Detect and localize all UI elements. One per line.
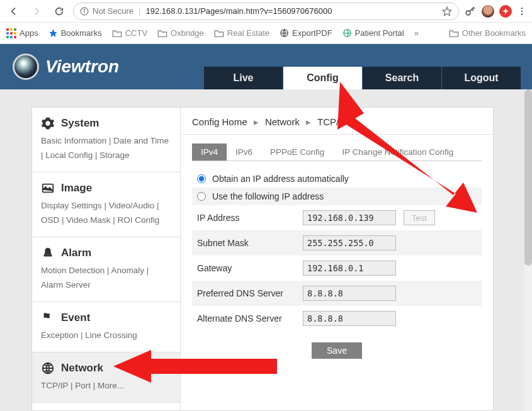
chevron-right-icon: ▸ (254, 116, 259, 127)
subtab-ipchange[interactable]: IP Change Notification Config (333, 144, 462, 160)
sidebar-links[interactable]: Exception | Line Crossing (41, 329, 171, 343)
gateway-input[interactable] (303, 261, 396, 276)
bookmarks-overflow[interactable]: » (414, 28, 419, 38)
globe-icon (280, 28, 289, 38)
subtab-ipv4[interactable]: IPv4 (192, 144, 227, 160)
sidebar-links[interactable]: Display Settings | Video/Audio | OSD | V… (41, 199, 171, 228)
test-button[interactable]: Test (404, 210, 435, 225)
sidebar-heading: System (61, 117, 99, 130)
bookmark-folder-real-estate[interactable]: Real Estate (214, 28, 269, 38)
image-icon (41, 181, 55, 195)
app-header: Viewtron Live Config Search Logout (0, 44, 532, 89)
scrollbar-track[interactable] (524, 89, 532, 411)
profile-avatar[interactable] (482, 5, 494, 18)
subnet-input[interactable] (303, 235, 396, 251)
svg-marker-8 (49, 29, 57, 37)
dns1-label: Preferred DNS Server (197, 288, 295, 298)
svg-point-6 (521, 10, 523, 12)
svg-point-7 (521, 13, 523, 15)
svg-marker-3 (443, 7, 451, 15)
breadcrumb-config-home[interactable]: Config Home (192, 116, 247, 127)
radio-auto-input[interactable] (197, 174, 206, 183)
reload-button[interactable] (50, 3, 68, 20)
sidebar-heading: Image (61, 182, 92, 194)
brand-logo-icon (13, 53, 39, 80)
bookmarks-label: Bookmarks (61, 28, 102, 38)
subnet-label: Subnet Mask (197, 238, 295, 248)
row-dns1: Preferred DNS Server (192, 281, 482, 306)
radio-obtain-auto[interactable]: Obtain an IP address automatically (192, 170, 482, 188)
forward-button[interactable] (28, 3, 45, 20)
key-icon[interactable] (464, 5, 477, 18)
brand-name: Viewtron (45, 57, 119, 77)
back-button[interactable] (5, 3, 23, 20)
tab-config[interactable]: Config (283, 67, 362, 89)
browser-toolbar: Not Secure | 192.168.0.131/Pages/main.ht… (0, 0, 532, 23)
breadcrumb-network[interactable]: Network (265, 116, 300, 127)
other-bookmarks[interactable]: Other Bookmarks (449, 28, 526, 38)
sidebar-links[interactable]: TCP/IP | Port | More... (41, 379, 171, 393)
page-body: System Basic Information | Date and Time… (0, 89, 532, 411)
bookmarks-bar: Apps Bookmarks CCTV Oxbridge Real Estate… (0, 23, 532, 44)
folder-icon (112, 29, 122, 38)
star-icon[interactable] (442, 6, 452, 16)
dns2-label: Alternate DNS Server (197, 313, 295, 324)
tab-logout[interactable]: Logout (442, 67, 521, 89)
dns2-input[interactable] (303, 311, 396, 326)
kebab-menu-icon[interactable] (517, 6, 527, 16)
sidebar-section-alarm[interactable]: Alarm Motion Detection | Anomaly | Alarm… (32, 237, 180, 302)
sidebar-links[interactable]: Motion Detection | Anomaly | Alarm Serve… (41, 264, 171, 293)
breadcrumb-current: TCP/IP (317, 116, 348, 127)
svg-point-5 (521, 8, 523, 9)
sidebar-section-event[interactable]: Event Exception | Line Crossing (32, 302, 180, 352)
scrollbar-thumb[interactable] (524, 89, 532, 266)
radio-static-input[interactable] (197, 192, 206, 201)
svg-rect-12 (44, 255, 52, 257)
subtab-ipv6[interactable]: IPv6 (227, 144, 261, 160)
ipv4-form: Obtain an IP address automatically Use t… (181, 161, 493, 379)
globe-icon (41, 361, 55, 375)
radio-auto-label: Obtain an IP address automatically (212, 174, 349, 184)
dns1-input[interactable] (303, 286, 396, 301)
sidebar: System Basic Information | Date and Time… (32, 108, 181, 410)
sidebar-links[interactable]: Basic Information | Date and Time | Loca… (41, 134, 171, 163)
extension-icon[interactable]: ✦ (499, 5, 512, 18)
sidebar-section-system[interactable]: System Basic Information | Date and Time… (32, 108, 180, 172)
apps-label: Apps (20, 28, 38, 38)
row-ip-address: IP Address Test (192, 205, 482, 230)
apps-link[interactable]: Apps (6, 28, 38, 38)
row-dns2: Alternate DNS Server (192, 306, 482, 331)
bookmarks-link[interactable]: Bookmarks (48, 28, 102, 38)
security-indicator[interactable]: Not Secure (80, 6, 133, 16)
gateway-label: Gateway (197, 263, 295, 273)
radio-static-label: Use the following IP address (212, 191, 324, 201)
bookmark-patient-portal[interactable]: Patient Portal (342, 28, 404, 38)
ip-input[interactable] (303, 210, 396, 225)
apps-icon (6, 28, 16, 38)
flag-icon (41, 311, 55, 325)
chevron-right-icon: ▸ (306, 116, 311, 127)
bookmark-folder-cctv[interactable]: CCTV (112, 28, 147, 38)
gear-icon (41, 116, 55, 130)
subtab-pppoe[interactable]: PPPoE Config (261, 144, 333, 160)
info-icon (80, 7, 89, 16)
folder-icon (214, 29, 224, 38)
sidebar-heading: Event (61, 312, 90, 324)
subtabs: IPv4 IPv6 PPPoE Config IP Change Notific… (192, 144, 482, 161)
url-text: 192.168.0.131/Pages/main.htm?v=156097067… (145, 6, 332, 16)
sidebar-heading: Network (61, 362, 103, 374)
folder-icon (157, 29, 167, 38)
save-button[interactable]: Save (312, 342, 362, 359)
address-bar[interactable]: Not Secure | 192.168.0.131/Pages/main.ht… (73, 3, 459, 20)
security-label: Not Secure (93, 6, 133, 16)
bookmark-exportpdf[interactable]: ExportPDF (280, 28, 332, 38)
globe-icon (342, 28, 352, 38)
radio-static[interactable]: Use the following IP address (192, 188, 482, 205)
tab-live[interactable]: Live (204, 67, 283, 89)
tab-search[interactable]: Search (363, 67, 441, 89)
bell-icon (41, 246, 55, 260)
folder-icon (449, 29, 459, 38)
sidebar-section-network[interactable]: Network TCP/IP | Port | More... (32, 352, 180, 403)
bookmark-folder-oxbridge[interactable]: Oxbridge (157, 28, 204, 38)
sidebar-section-image[interactable]: Image Display Settings | Video/Audio | O… (32, 172, 180, 237)
